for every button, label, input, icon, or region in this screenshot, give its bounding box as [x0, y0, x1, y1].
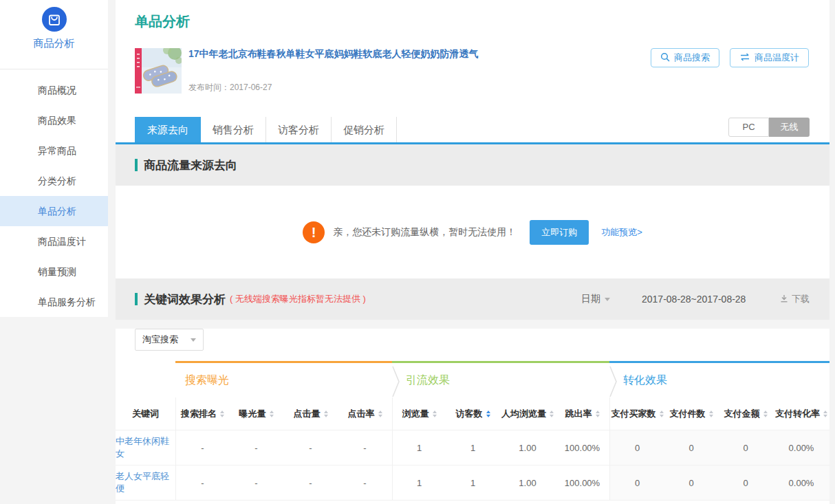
table-cell: 1 [392, 465, 446, 500]
col-header-pay-conversion: 支付转化率 [773, 397, 829, 430]
date-dropdown[interactable]: 日期 [581, 293, 610, 305]
sidebar-item-single-product-service[interactable]: 单品服务分析 [0, 287, 108, 317]
top-panel: 单品分析 [116, 0, 829, 144]
product-info: 17中年老北京布鞋春秋单鞋女平底妈妈鞋软底老人轻便奶奶防滑透气 发布时间：201… [188, 48, 615, 94]
sidebar-item-single-product-analysis[interactable]: 单品分析 [0, 196, 108, 226]
sort-icon[interactable] [550, 410, 554, 417]
shopping-bag-icon [0, 7, 108, 32]
table-cell: 1 [446, 465, 500, 500]
download-link[interactable]: 下载 [780, 293, 810, 305]
table-cell: 0 [718, 430, 773, 465]
sidebar-section-title: 商品分析 [0, 37, 108, 50]
tab-sales-analysis[interactable]: 销售分析 [201, 117, 266, 143]
sort-icon[interactable] [596, 410, 600, 417]
table-cell: - [229, 430, 283, 465]
date-dropdown-label: 日期 [581, 293, 600, 305]
table-cell: 100.00% [555, 430, 609, 465]
table-cell: - [338, 465, 392, 500]
sort-icon[interactable] [433, 410, 437, 417]
feature-preview-link[interactable]: 功能预览> [601, 226, 642, 239]
product-search-button[interactable]: 商品搜索 [651, 48, 719, 67]
col-header-visitors: 访客数 [446, 397, 500, 430]
col-header-pay-amount: 支付金额 [718, 397, 773, 430]
sort-icon[interactable] [823, 410, 827, 417]
table-cell: 1.00 [500, 465, 555, 500]
sidebar-menu: 商品概况 商品效果 异常商品 分类分析 单品分析 商品温度计 销量预测 单品服务… [0, 69, 108, 317]
source-select[interactable]: 淘宝搜索 [135, 329, 204, 351]
sort-icon[interactable] [660, 410, 664, 417]
table-cell: 0.00% [773, 465, 829, 500]
page-title: 单品分析 [135, 12, 190, 31]
toggle-pc[interactable]: PC [728, 118, 769, 137]
sidebar-item-category-analysis[interactable]: 分类分析 [0, 166, 108, 196]
col-header-exposure: 曝光量 [229, 397, 283, 430]
notice-text: 亲，您还未订购流量纵横，暂时无法使用！ [333, 226, 516, 239]
table-cell: 0.00% [773, 430, 829, 465]
product-thermometer-button[interactable]: 商品温度计 [730, 48, 809, 67]
table-cell: 0 [609, 465, 664, 500]
keyword-table: 搜索曝光 引流效果 转化效果 关键词 搜索排名 曝光量 点击量 点击率 浏览量 … [116, 361, 829, 501]
table-cell: - [229, 465, 283, 500]
chevron-down-icon [191, 338, 196, 342]
sort-icon[interactable] [324, 410, 328, 417]
product-search-label: 商品搜索 [674, 52, 710, 64]
source-select-value: 淘宝搜索 [142, 333, 178, 346]
sidebar-header: 商品分析 [0, 0, 108, 69]
sidebar-item-sales-forecast[interactable]: 销量预测 [0, 256, 108, 287]
section-accent-bar [135, 293, 138, 305]
download-icon [780, 294, 788, 305]
keyword-link[interactable]: 老人女平底轻便 [116, 465, 175, 500]
sort-icon[interactable] [220, 410, 224, 417]
subscribe-notice: ! 亲，您还未订购流量纵横，暂时无法使用！ 立即订购 功能预览> [116, 186, 829, 278]
group-label: 转化效果 [623, 373, 667, 388]
table-cell: - [283, 465, 338, 500]
keyword-section-title: 关键词效果分析 [144, 292, 226, 307]
sidebar-item-product-overview[interactable]: 商品概况 [0, 75, 108, 105]
toggle-wireless[interactable]: 无线 [769, 118, 810, 137]
group-header-conversion-effect: 转化效果 [609, 361, 829, 397]
sidebar-item-abnormal-product[interactable]: 异常商品 [0, 135, 108, 166]
table-cell: 0 [664, 465, 718, 500]
download-label: 下载 [792, 293, 810, 305]
keyword-section-header: 关键词效果分析 ( 无线端搜索曝光指标暂无法提供 ) [135, 292, 366, 307]
tab-bar: 来源去向 销售分析 访客分析 促销分析 [135, 117, 397, 143]
group-header-search-exposure: 搜索曝光 [175, 361, 392, 397]
col-header-keyword: 关键词 [116, 397, 175, 430]
table-cell: 0 [718, 465, 773, 500]
product-thumbnail[interactable] [135, 48, 182, 94]
col-header-avg-pageviews: 人均浏览量 [500, 397, 555, 430]
col-header-bounce-rate: 跳出率 [555, 397, 609, 430]
main-content: 单品分析 [116, 0, 829, 504]
table-cell: - [338, 430, 392, 465]
group-chevron-icon [609, 366, 618, 397]
tab-visitor-analysis[interactable]: 访客分析 [266, 117, 332, 143]
search-icon [660, 52, 670, 64]
table-cell: 1 [392, 430, 446, 465]
product-title-link[interactable]: 17中年老北京布鞋春秋单鞋女平底妈妈鞋软底老人轻便奶奶防滑透气 [188, 48, 615, 61]
group-label: 引流效果 [406, 373, 450, 388]
order-now-button[interactable]: 立即订购 [530, 220, 589, 245]
sidebar-item-product-thermometer[interactable]: 商品温度计 [0, 226, 108, 256]
sort-icon[interactable] [270, 410, 274, 417]
tab-promotion-analysis[interactable]: 促销分析 [332, 117, 397, 143]
table-cell: 1 [446, 430, 500, 465]
tab-source-destination[interactable]: 来源去向 [135, 117, 201, 143]
keyword-link[interactable]: 中老年休闲鞋女 [116, 430, 175, 465]
table-cell: 100.00% [555, 465, 609, 500]
sort-icon[interactable] [763, 410, 768, 417]
top-buttons: 商品搜索 商品温度计 [651, 48, 809, 67]
col-header-pay-buyers: 支付买家数 [609, 397, 664, 430]
keyword-table-panel: 淘宝搜索 搜索曝光 引流效果 转化效果 关键词 搜索排名 曝光量 点击量 点击率 [116, 329, 829, 504]
sort-icon[interactable] [709, 410, 713, 417]
keyword-section-band: 关键词效果分析 ( 无线端搜索曝光指标暂无法提供 ) 日期 2017-08-28… [116, 278, 829, 320]
flow-section-title: 商品流量来源去向 [144, 157, 237, 173]
table-cell: 1.00 [500, 430, 555, 465]
warning-icon: ! [303, 221, 325, 243]
table-cell: - [175, 465, 229, 500]
sort-icon[interactable] [378, 410, 382, 417]
section-accent-bar [135, 159, 138, 171]
sort-icon-active[interactable] [486, 410, 490, 417]
sidebar-item-product-effect[interactable]: 商品效果 [0, 105, 108, 135]
table-cell: - [175, 430, 229, 465]
col-header-search-rank: 搜索排名 [175, 397, 229, 430]
